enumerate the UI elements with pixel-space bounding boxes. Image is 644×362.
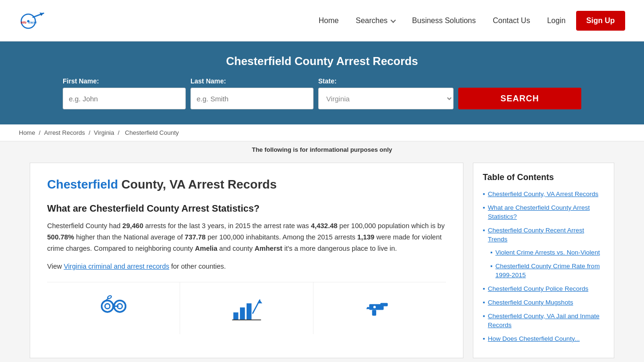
state-group: State: Virginia — [318, 77, 454, 109]
breadcrumb-arrest-records[interactable]: Arrest Records — [44, 129, 85, 136]
toc-link-1[interactable]: What are Chesterfield County Arrest Stat… — [488, 204, 604, 222]
svg-text:™: ™ — [40, 14, 42, 16]
handcuffs-icon — [97, 292, 130, 325]
hero-section: Chesterfield County Arrest Records First… — [0, 41, 644, 124]
main-wrapper: Chesterfield County, VA Arrest Records W… — [20, 163, 624, 358]
signup-button[interactable]: Sign Up — [576, 11, 625, 31]
stat-handcuffs — [47, 282, 180, 334]
logo-area: info tracer ™ — [19, 7, 49, 35]
svg-rect-14 — [233, 312, 239, 320]
breadcrumb-virginia[interactable]: Virginia — [94, 129, 114, 136]
toc-item-1: What are Chesterfield County Arrest Stat… — [483, 204, 604, 222]
last-name-label: Last Name: — [190, 77, 314, 85]
svg-marker-23 — [366, 307, 369, 309]
article-title: Chesterfield County, VA Arrest Records — [47, 177, 446, 192]
toc-item-3: Violent Crime Arrests vs. Non-Violent — [483, 248, 604, 257]
section1-body: Chesterfield County had 29,460 arrests f… — [47, 221, 446, 255]
toc-link-3[interactable]: Violent Crime Arrests vs. Non-Violent — [495, 248, 600, 257]
toc-item-5: Chesterfield County Police Records — [483, 285, 604, 294]
toc-link-7[interactable]: Chesterfield County, VA Jail and Inmate … — [488, 312, 604, 330]
info-notice: The following is for informational purpo… — [0, 141, 644, 158]
nav-searches[interactable]: Searches — [349, 13, 402, 29]
last-name-input[interactable] — [190, 88, 314, 109]
search-form: First Name: Last Name: State: Virginia S… — [63, 77, 581, 109]
section1-heading: What are Chesterfield County Arrest Stat… — [47, 203, 446, 214]
searches-chevron-icon — [390, 17, 396, 23]
nav-business[interactable]: Business Solutions — [405, 13, 482, 29]
first-name-label: First Name: — [63, 77, 186, 85]
toc-link-0[interactable]: Chesterfield County, VA Arrest Records — [488, 190, 598, 199]
toc-item-6: Chesterfield County Mugshots — [483, 298, 604, 307]
svg-marker-18 — [257, 300, 263, 303]
last-name-group: Last Name: — [190, 77, 314, 109]
toc-item-0: Chesterfield County, VA Arrest Records — [483, 190, 604, 199]
toc-link-2[interactable]: Chesterfield County Recent Arrest Trends — [488, 226, 604, 244]
toc-list: Chesterfield County, VA Arrest Records W… — [483, 190, 604, 344]
toc-title: Table of Contents — [483, 173, 604, 182]
svg-text:info: info — [21, 21, 26, 24]
toc-item-8: How Does Chesterfield County... — [483, 335, 604, 344]
toc-link-5[interactable]: Chesterfield County Police Records — [488, 285, 588, 294]
toc-link-8[interactable]: How Does Chesterfield County... — [488, 335, 580, 344]
nav-home[interactable]: Home — [312, 13, 346, 29]
virginia-records-link[interactable]: Virginia criminal and arrest records — [64, 263, 169, 270]
nav-contact[interactable]: Contact Us — [486, 13, 537, 29]
logo-icon: info tracer ™ — [19, 7, 47, 35]
state-label: State: — [318, 77, 454, 85]
toc-link-4[interactable]: Chesterfield County Crime Rate from 1999… — [495, 262, 604, 280]
toc-item-4: Chesterfield County Crime Rate from 1999… — [483, 262, 604, 280]
toc-item-2: Chesterfield County Recent Arrest Trends — [483, 226, 604, 244]
article: Chesterfield County, VA Arrest Records W… — [30, 163, 463, 358]
breadcrumb-current: Chesterfield County — [125, 129, 179, 136]
hero-title: Chesterfield County Arrest Records — [19, 55, 625, 68]
article-title-highlight: Chesterfield — [47, 177, 118, 191]
svg-point-24 — [373, 305, 376, 308]
header: info tracer ™ Home Searches Business Sol… — [0, 0, 644, 41]
breadcrumb: Home / Arrest Records / Virginia / Chest… — [0, 124, 644, 141]
toc-item-7: Chesterfield County, VA Jail and Inmate … — [483, 312, 604, 330]
svg-text:tracer: tracer — [28, 21, 37, 24]
svg-rect-15 — [240, 307, 245, 320]
toc-link-6[interactable]: Chesterfield County Mugshots — [488, 298, 573, 307]
svg-rect-21 — [380, 303, 388, 306]
first-name-group: First Name: — [63, 77, 186, 109]
svg-point-8 — [105, 304, 110, 309]
stat-trend — [180, 282, 313, 334]
stats-row — [47, 282, 446, 334]
nav-login[interactable]: Login — [540, 13, 572, 29]
sidebar: Table of Contents Chesterfield County, V… — [473, 163, 614, 358]
main-nav: Home Searches Business Solutions Contact… — [312, 11, 625, 31]
gun-icon — [363, 292, 396, 325]
article-title-rest: County, VA Arrest Records — [118, 177, 277, 191]
trend-icon — [230, 292, 263, 325]
svg-point-13 — [107, 295, 112, 299]
svg-rect-16 — [247, 303, 252, 320]
view-records-line: View Virginia criminal and arrest record… — [47, 261, 446, 272]
state-select[interactable]: Virginia — [318, 88, 454, 109]
svg-point-7 — [101, 300, 113, 312]
search-button[interactable]: SEARCH — [458, 88, 581, 109]
breadcrumb-home[interactable]: Home — [19, 129, 35, 136]
toc-box: Table of Contents Chesterfield County, V… — [473, 163, 614, 358]
first-name-input[interactable] — [63, 88, 186, 109]
svg-rect-22 — [372, 310, 377, 315]
stat-gun — [314, 282, 446, 334]
